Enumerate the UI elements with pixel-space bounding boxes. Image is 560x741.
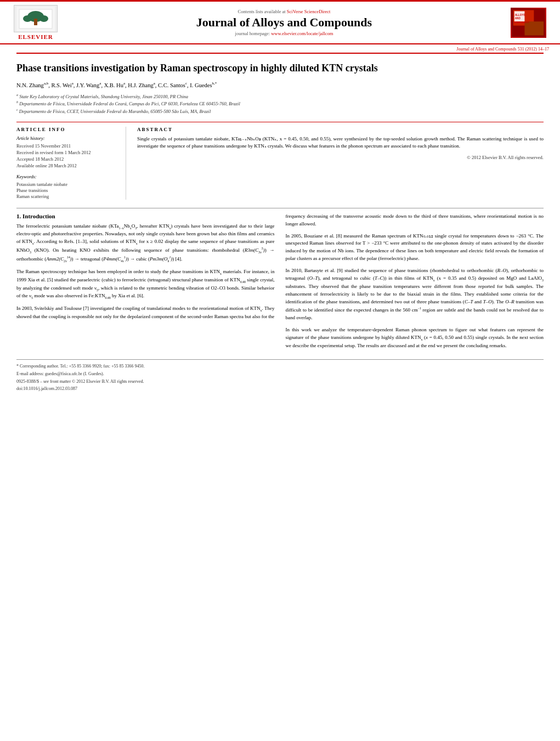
homepage-link[interactable]: www.elsevier.com/locate/jallcom bbox=[271, 31, 333, 36]
journal-header: ELSEVIER Contents lists available at Sci… bbox=[0, 2, 560, 44]
copyright-line: © 2012 Elsevier B.V. All rights reserved… bbox=[137, 155, 544, 160]
intro-heading: 1. Introduction bbox=[16, 213, 275, 219]
svg-text:AND: AND bbox=[515, 17, 521, 20]
keywords-label: Keywords: bbox=[16, 174, 117, 179]
footnote-2: E-mail address: guedes@fisica.ufc.br (I.… bbox=[16, 371, 544, 377]
journal-logo-right: ALLOYS AND COMPOUNDS bbox=[508, 8, 549, 38]
abstract-label: ABSTRACT bbox=[137, 127, 544, 132]
right-para-3: In 2010, Bartasyte et al. [9] studied th… bbox=[286, 267, 544, 321]
keywords-section: Keywords: Potassium tantalate niobate Ph… bbox=[16, 174, 117, 199]
page-container: ELSEVIER Contents lists available at Sci… bbox=[0, 0, 560, 741]
issn-line: 0925-8388/$ – see front matter © 2012 El… bbox=[16, 379, 544, 384]
svg-rect-3 bbox=[34, 19, 37, 25]
article-info-abstract: ARTICLE INFO Article history: Received 1… bbox=[16, 122, 544, 200]
accepted-date: Accepted 18 March 2012 bbox=[16, 156, 117, 162]
sciverse-line: Contents lists available at SciVerse Sci… bbox=[71, 9, 497, 14]
svg-point-4 bbox=[23, 15, 32, 22]
keyword-1: Potassium tantalate niobate bbox=[16, 182, 117, 187]
journal-homepage: journal homepage: www.elsevier.com/locat… bbox=[71, 31, 497, 36]
history-label: Article history: bbox=[16, 135, 117, 141]
authors-line: N.N. Zhanga,b, R.S. Weia, J.Y. Wanga, X.… bbox=[16, 81, 544, 88]
article-title: Phase transitions investigation by Raman… bbox=[16, 62, 544, 75]
journal-logo-box: ALLOYS AND COMPOUNDS bbox=[511, 8, 546, 38]
footnote-1: * Corresponding author. Tel.: +55 85 336… bbox=[16, 363, 544, 369]
svg-text:ALLOYS: ALLOYS bbox=[515, 13, 525, 16]
abstract-col: ABSTRACT Single crystals of potassium ta… bbox=[137, 127, 544, 200]
sciverse-link[interactable]: SciVerse ScienceDirect bbox=[287, 9, 331, 14]
header-center: Contents lists available at SciVerse Sci… bbox=[60, 9, 508, 36]
elsevier-logo: ELSEVIER bbox=[11, 5, 60, 40]
body-left: 1. Introduction The ferroelectric potass… bbox=[16, 213, 275, 354]
received-date: Received 15 November 2011 bbox=[16, 143, 117, 149]
body-columns: 1. Introduction The ferroelectric potass… bbox=[16, 213, 544, 354]
elsevier-logo-image bbox=[14, 5, 58, 32]
affiliations: a State Key Laboratory of Crystal Materi… bbox=[16, 93, 544, 115]
keyword-3: Raman scattering bbox=[16, 194, 117, 199]
main-content: Phase transitions investigation by Raman… bbox=[0, 54, 560, 399]
body-right: frequency decreasing of the transverse a… bbox=[286, 213, 544, 354]
journal-citation: Journal of Alloys and Compounds 531 (201… bbox=[0, 44, 560, 53]
article-info-col: ARTICLE INFO Article history: Received 1… bbox=[16, 127, 126, 200]
section-divider bbox=[16, 208, 544, 208]
abstract-text: Single crystals of potassium tantalate n… bbox=[137, 135, 544, 150]
article-footer: * Corresponding author. Tel.: +55 85 336… bbox=[16, 359, 544, 391]
keyword-2: Phase transitions bbox=[16, 188, 117, 193]
revised-date: Received in revised form 1 March 2012 bbox=[16, 150, 117, 155]
intro-para-1: The ferroelectric potassium tantalate ni… bbox=[16, 223, 275, 264]
right-para-1: frequency decreasing of the transverse a… bbox=[286, 213, 544, 228]
right-para-4: In this work we analyze the temperature-… bbox=[286, 326, 544, 350]
affiliation-b: b Departamento de Física, Universidade F… bbox=[16, 100, 544, 108]
svg-point-5 bbox=[39, 15, 48, 22]
available-date: Available online 28 March 2012 bbox=[16, 163, 117, 168]
journal-title: Journal of Alloys and Compounds bbox=[71, 15, 497, 30]
svg-text:COMPOUNDS: COMPOUNDS bbox=[514, 20, 529, 23]
elsevier-label: ELSEVIER bbox=[18, 33, 53, 40]
intro-para-2: The Raman spectroscopy technique has bee… bbox=[16, 268, 275, 301]
intro-para-3: In 2003, Svitelskiy and Toulouse [7] inv… bbox=[16, 305, 275, 321]
affiliation-c: c Departamento de Física, CCET, Universi… bbox=[16, 108, 544, 115]
affiliation-a: a State Key Laboratory of Crystal Materi… bbox=[16, 93, 544, 100]
right-para-2: In 2005, Bouziane et al. [8] measured th… bbox=[286, 233, 544, 263]
article-info-label: ARTICLE INFO bbox=[16, 127, 117, 132]
doi-line: doi:10.1016/j.jallcom.2012.03.087 bbox=[16, 386, 544, 391]
